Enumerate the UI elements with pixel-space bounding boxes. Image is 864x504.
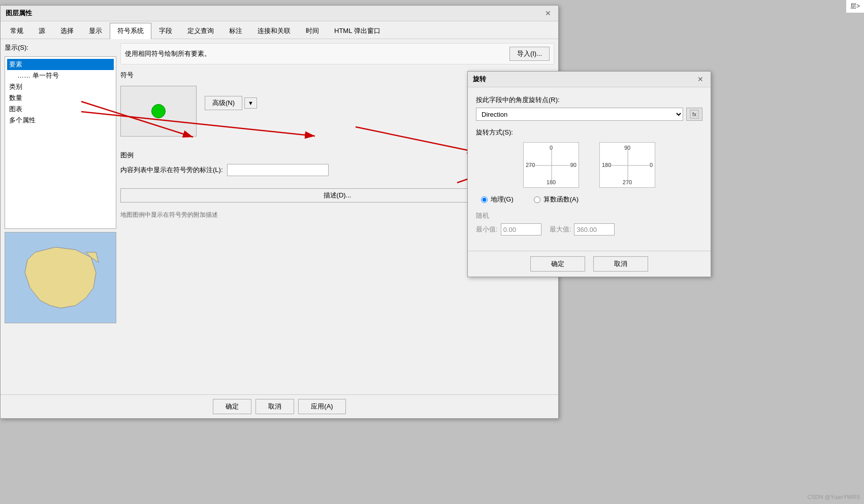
max-field: 最大值: bbox=[550, 223, 615, 236]
dialog-footer: 确定 取消 应用(A) bbox=[1, 394, 558, 418]
map-preview bbox=[5, 232, 116, 323]
tab-fields[interactable]: 字段 bbox=[151, 23, 180, 39]
compass-diagrams: 0 90 180 270 90 0 270 180 bbox=[476, 142, 702, 188]
radio-geographic-label[interactable]: 地理(G) bbox=[481, 195, 514, 204]
tab-join[interactable]: 连接和关联 bbox=[250, 23, 298, 39]
cancel-button[interactable]: 取消 bbox=[255, 399, 294, 414]
content-label-input[interactable] bbox=[227, 164, 329, 176]
min-value-input[interactable] bbox=[501, 223, 541, 236]
tree-item-category[interactable]: 类别 bbox=[7, 81, 114, 92]
rotation-method-label: 旋转方式(S): bbox=[476, 128, 702, 137]
tabs-bar: 常规 源 选择 显示 符号系统 字段 定义查询 标注 连接和关联 时间 HTML… bbox=[1, 21, 558, 39]
tree-item-quantity[interactable]: 数量 bbox=[7, 92, 114, 104]
rotation-title: 旋转 bbox=[473, 75, 486, 84]
description-text: 使用相同符号绘制所有要素。 bbox=[125, 49, 505, 58]
radio-arithmetic-text: 算数函数(A) bbox=[543, 195, 579, 204]
advanced-dropdown-arrow[interactable]: ▼ bbox=[244, 97, 257, 109]
layer-props-close-button[interactable]: ✕ bbox=[543, 9, 553, 17]
top-right-label: 层> bbox=[846, 0, 864, 13]
tab-html-popup[interactable]: HTML 弹出窗口 bbox=[327, 23, 388, 39]
display-label: 显示(S): bbox=[5, 43, 116, 52]
tab-display[interactable]: 显示 bbox=[81, 23, 110, 39]
max-value-input[interactable] bbox=[574, 223, 615, 236]
random-inputs: 最小值: 最大值: bbox=[476, 223, 702, 236]
description-bar: 使用相同符号绘制所有要素。 导入(I)... bbox=[120, 43, 554, 64]
tab-source[interactable]: 源 bbox=[31, 23, 53, 39]
radio-arithmetic[interactable] bbox=[534, 196, 540, 203]
radio-row: 地理(G) 算数函数(A) bbox=[476, 195, 702, 204]
csdn-watermark: CSDN @YuanYWRS bbox=[808, 494, 860, 500]
min-field: 最小值: bbox=[476, 223, 541, 236]
top-right-text: 层> bbox=[850, 3, 860, 10]
tab-query[interactable]: 定义查询 bbox=[180, 23, 221, 39]
left-sidebar: 显示(S): 要素 …… 单一符号 类别 数量 图表 多个属性 bbox=[5, 43, 116, 390]
tab-select[interactable]: 选择 bbox=[53, 23, 81, 39]
max-label: 最大值: bbox=[550, 225, 571, 234]
tree-box: 要素 …… 单一符号 类别 数量 图表 多个属性 bbox=[5, 56, 116, 229]
australia-map-svg bbox=[15, 237, 106, 318]
compass-arithmetic: 90 0 270 180 bbox=[599, 142, 655, 188]
green-dot-symbol bbox=[151, 104, 166, 118]
symbol-preview-box[interactable] bbox=[120, 86, 197, 137]
compass-geographic: 0 90 180 270 bbox=[523, 142, 579, 188]
layer-props-titlebar: 图层属性 ✕ bbox=[1, 6, 558, 21]
rotation-titlebar: 旋转 ✕ bbox=[468, 72, 711, 87]
rotation-cancel-button[interactable]: 取消 bbox=[593, 256, 648, 272]
compass2-lines bbox=[600, 143, 656, 188]
random-label: 随机 bbox=[476, 211, 702, 220]
tab-annotation[interactable]: 标注 bbox=[221, 23, 250, 39]
tree-item-single-symbol[interactable]: …… 单一符号 bbox=[7, 70, 114, 81]
min-label: 最小值: bbox=[476, 225, 498, 234]
rotation-body: 按此字段中的角度旋转点(R): Direction fx 旋转方式(S): 0 … bbox=[468, 87, 711, 251]
radio-geographic[interactable] bbox=[481, 196, 488, 203]
confirm-button[interactable]: 确定 bbox=[213, 399, 251, 414]
svg-text:fx: fx bbox=[692, 112, 696, 117]
calc-button[interactable]: fx bbox=[686, 108, 702, 121]
advanced-button[interactable]: 高级(N) bbox=[205, 96, 242, 110]
tab-symbol-system[interactable]: 符号系统 bbox=[110, 23, 151, 39]
random-section: 随机 最小值: 最大值: bbox=[476, 211, 702, 236]
apply-button[interactable]: 应用(A) bbox=[298, 399, 345, 414]
content-label-text: 内容列表中显示在符号旁的标注(L): bbox=[120, 165, 223, 175]
radio-geographic-text: 地理(G) bbox=[491, 195, 514, 204]
tree-item-feature[interactable]: 要素 bbox=[7, 59, 114, 70]
layer-props-title: 图层属性 bbox=[6, 9, 32, 18]
rotation-field-label: 按此字段中的角度旋转点(R): bbox=[476, 95, 702, 105]
rotation-dropdown-row: Direction fx bbox=[476, 108, 702, 121]
radio-arithmetic-label[interactable]: 算数函数(A) bbox=[534, 195, 579, 204]
tree-item-chart[interactable]: 图表 bbox=[7, 104, 114, 115]
rotation-footer: 确定 取消 bbox=[468, 251, 711, 277]
compass1-lines bbox=[524, 143, 580, 188]
tab-time[interactable]: 时间 bbox=[298, 23, 327, 39]
rotation-dialog: 旋转 ✕ 按此字段中的角度旋转点(R): Direction fx 旋转方式(S… bbox=[467, 71, 711, 277]
advanced-btn-area: 高级(N) ▼ bbox=[205, 96, 257, 110]
calc-icon: fx bbox=[690, 110, 699, 119]
tree-item-multi-attr[interactable]: 多个属性 bbox=[7, 115, 114, 126]
rotation-field-select[interactable]: Direction bbox=[476, 108, 683, 121]
tab-general[interactable]: 常规 bbox=[3, 23, 31, 39]
rotation-close-button[interactable]: ✕ bbox=[695, 75, 706, 83]
import-button[interactable]: 导入(I)... bbox=[509, 47, 550, 61]
rotation-confirm-button[interactable]: 确定 bbox=[530, 256, 585, 272]
